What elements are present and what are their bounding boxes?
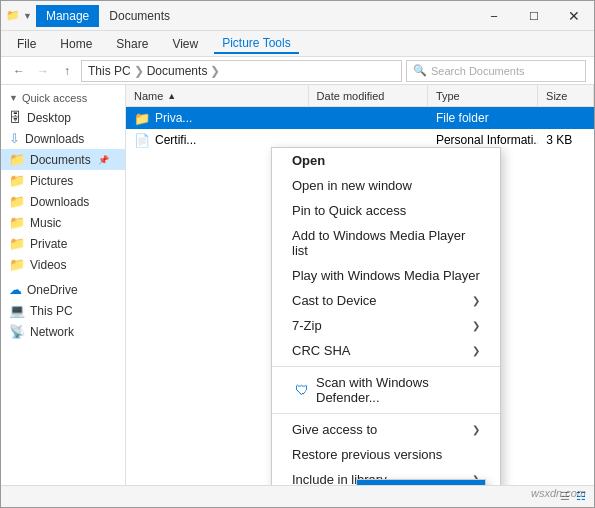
downloads2-icon: 📁 [9, 194, 25, 209]
content-panel: Name ▲ Date modified Type Size 📁 [126, 85, 594, 485]
search-icon: 🔍 [413, 64, 427, 77]
sidebar-item-documents[interactable]: 📁 Documents 📌 [1, 149, 125, 170]
address-bar: ← → ↑ This PC ❯ Documents ❯ 🔍 Search Doc… [1, 57, 594, 85]
sidebar-item-downloads2[interactable]: 📁 Downloads [1, 191, 125, 212]
sidebar-label-network: Network [30, 325, 74, 339]
sidebar-label-videos: Videos [30, 258, 66, 272]
doc-icon-1: 📄 [134, 133, 150, 148]
sidebar-item-pictures[interactable]: 📁 Pictures [1, 170, 125, 191]
tab-documents[interactable]: Documents [99, 5, 180, 27]
maximize-btn[interactable]: ☐ [514, 1, 554, 31]
ctx-defender[interactable]: 🛡 Scan with Windows Defender... [272, 370, 500, 410]
expand-arrow: ▼ [9, 93, 18, 103]
close-btn[interactable]: ✕ [554, 1, 594, 31]
file-type-0: File folder [428, 107, 538, 129]
sidebar-item-network[interactable]: 📡 Network [1, 321, 125, 342]
ribbon-home[interactable]: Home [52, 35, 100, 53]
ctx-cast[interactable]: Cast to Device ❯ [272, 288, 500, 313]
watermark-corner: wsxdn.com [531, 487, 586, 499]
col-header-size[interactable]: Size [538, 85, 594, 106]
qat-arrow[interactable]: ▼ [23, 11, 32, 21]
ctx-sep-2 [272, 413, 500, 414]
qat-icon: 📁 [6, 9, 20, 22]
sidebar-label-downloads2: Downloads [30, 195, 89, 209]
ribbon-file[interactable]: File [9, 35, 44, 53]
search-placeholder: Search Documents [431, 65, 525, 77]
ctx-sep-1 [272, 366, 500, 367]
ctx-pin-quick-access[interactable]: Pin to Quick access [272, 198, 500, 223]
col-header-date[interactable]: Date modified [309, 85, 428, 106]
nav-back[interactable]: ← [9, 61, 29, 81]
col-header-name[interactable]: Name ▲ [126, 85, 309, 106]
file-name-0: 📁 Priva... [126, 107, 309, 129]
ctx-open-new-window[interactable]: Open in new window [272, 173, 500, 198]
network-icon: 📡 [9, 324, 25, 339]
ribbon-picture-tools[interactable]: Picture Tools [214, 34, 298, 54]
ribbon-tabs: Manage Documents [36, 5, 180, 27]
sidebar-label-desktop: Desktop [27, 111, 71, 125]
file-list: 📁 Priva... File folder 📄 Certifi... Pers… [126, 107, 594, 151]
main-area: ▼ Quick access 🗄 Desktop ⇩ Downloads 📁 D… [1, 85, 594, 485]
path-thispc: This PC [88, 64, 131, 78]
file-list-header: Name ▲ Date modified Type Size [126, 85, 594, 107]
defender-icon: 🛡 [292, 382, 312, 398]
documents-icon: 📁 [9, 152, 25, 167]
sidebar-item-private[interactable]: 📁 Private [1, 233, 125, 254]
file-row-0[interactable]: 📁 Priva... File folder [126, 107, 594, 129]
path-documents: Documents [147, 64, 208, 78]
file-size-0 [538, 107, 594, 129]
file-explorer-window: 📁 ▼ Manage Documents − ☐ ✕ File Home Sha… [0, 0, 595, 508]
sidebar-label-pictures: Pictures [30, 174, 73, 188]
quick-access-label: Quick access [22, 92, 87, 104]
address-path-bar[interactable]: This PC ❯ Documents ❯ [81, 60, 402, 82]
context-menu: Open Open in new window Pin to Quick acc… [271, 147, 501, 485]
videos-icon: 📁 [9, 257, 25, 272]
nav-up[interactable]: ↑ [57, 61, 77, 81]
ctx-restore-versions[interactable]: Restore previous versions [272, 442, 500, 467]
status-bar: ☰ ☷ [1, 485, 594, 507]
file-size-1: 3 KB [538, 129, 594, 151]
window-controls: 📁 ▼ [6, 9, 32, 22]
ribbon-share[interactable]: Share [108, 35, 156, 53]
minimize-btn[interactable]: − [474, 1, 514, 31]
sidebar-label-documents: Documents [30, 153, 91, 167]
onedrive-icon: ☁ [9, 282, 22, 297]
quick-access-header[interactable]: ▼ Quick access [1, 89, 125, 107]
title-bar: 📁 ▼ Manage Documents − ☐ ✕ [1, 1, 594, 31]
ribbon: File Home Share View Picture Tools [1, 31, 594, 57]
folder-icon-0: 📁 [134, 111, 150, 126]
sidebar-item-thispc[interactable]: 💻 This PC [1, 300, 125, 321]
sort-arrow: ▲ [167, 91, 176, 101]
ctx-play-wmp[interactable]: Play with Windows Media Player [272, 263, 500, 288]
pictures-icon: 📁 [9, 173, 25, 188]
sidebar-item-desktop[interactable]: 🗄 Desktop [1, 107, 125, 128]
sidebar-item-onedrive[interactable]: ☁ OneDrive [1, 279, 125, 300]
sidebar-item-music[interactable]: 📁 Music [1, 212, 125, 233]
sidebar-label-downloads1: Downloads [25, 132, 84, 146]
sidebar-label-music: Music [30, 216, 61, 230]
sidebar-item-downloads1[interactable]: ⇩ Downloads [1, 128, 125, 149]
sidebar-label-onedrive: OneDrive [27, 283, 78, 297]
ctx-crc[interactable]: CRC SHA ❯ [272, 338, 500, 363]
pinned-icon: 📌 [98, 155, 109, 165]
sub-menu: 🔑 Personal [356, 479, 486, 485]
nav-forward[interactable]: → [33, 61, 53, 81]
tab-manage[interactable]: Manage [36, 5, 99, 27]
col-header-type[interactable]: Type [428, 85, 538, 106]
desktop-icon: 🗄 [9, 110, 22, 125]
sidebar-label-private: Private [30, 237, 67, 251]
ribbon-view[interactable]: View [164, 35, 206, 53]
thispc-icon: 💻 [9, 303, 25, 318]
ctx-cast-arrow: ❯ [472, 295, 480, 306]
ctx-give-access-arrow: ❯ [472, 424, 480, 435]
ctx-7zip[interactable]: 7-Zip ❯ [272, 313, 500, 338]
ctx-give-access[interactable]: Give access to ❯ [272, 417, 500, 442]
ctx-open[interactable]: Open [272, 148, 500, 173]
sidebar-label-thispc: This PC [30, 304, 73, 318]
sidebar-item-videos[interactable]: 📁 Videos [1, 254, 125, 275]
sidebar: ▼ Quick access 🗄 Desktop ⇩ Downloads 📁 D… [1, 85, 126, 485]
sub-menu-personal[interactable]: 🔑 Personal [357, 480, 485, 485]
music-icon: 📁 [9, 215, 25, 230]
ctx-7zip-arrow: ❯ [472, 320, 480, 331]
ctx-add-wmp[interactable]: Add to Windows Media Player list [272, 223, 500, 263]
